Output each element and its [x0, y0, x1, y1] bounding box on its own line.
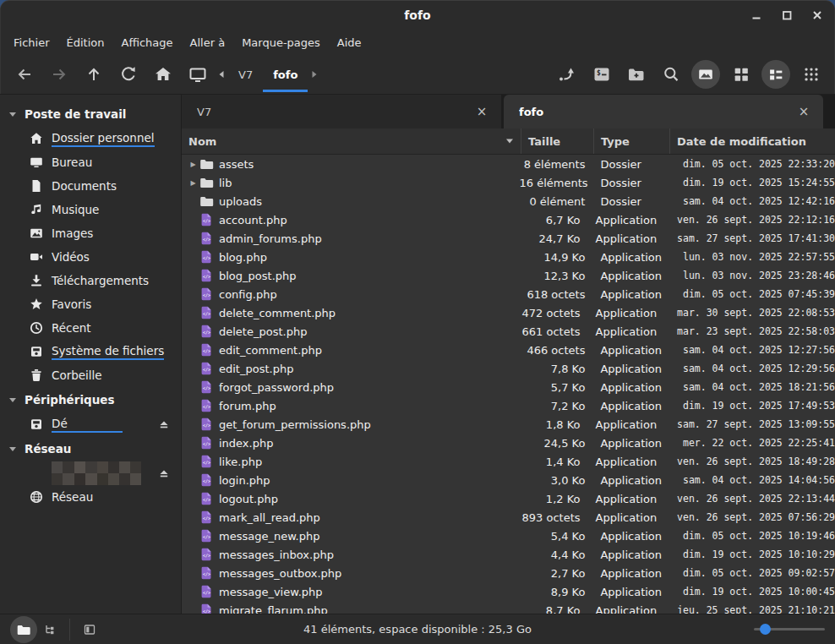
table-row[interactable]: ▶ </> messages_outbox.php 2,7 Ko Applica… — [182, 564, 835, 582]
sidebar-row[interactable]: Réseau — [0, 485, 181, 509]
menu-item[interactable]: Marque-pages — [233, 33, 329, 52]
file-name: config.php — [219, 288, 277, 301]
sidebar-row[interactable]: Dé — [0, 412, 181, 436]
table-row[interactable]: ▶ assets 8 éléments Dossier dim. 05 oct.… — [182, 155, 835, 173]
section-collapse-icon[interactable] — [8, 107, 17, 121]
table-row[interactable]: ▶ </> delete_comment.php 472 octets Appl… — [182, 303, 835, 322]
folder-tab[interactable]: fofo × — [504, 95, 823, 128]
table-row[interactable]: ▶ </> message_view.php 8,9 Ko Applicatio… — [182, 582, 835, 601]
sidebar-row[interactable]: Corbeille — [0, 363, 181, 387]
table-row[interactable]: ▶ </> edit_post.php 7,8 Ko Application s… — [182, 359, 835, 378]
sidebar-row[interactable]: Poste de travail — [0, 101, 181, 127]
expander-icon[interactable]: ▶ — [188, 179, 199, 187]
table-row[interactable]: ▶ </> mark_all_read.php 893 octets Appli… — [182, 508, 835, 527]
zoom-slider[interactable] — [754, 623, 825, 636]
path-scroll-right-button[interactable] — [308, 58, 321, 90]
thumbnail-view-toggle[interactable] — [691, 60, 720, 89]
up-button[interactable] — [76, 58, 111, 90]
sidebar-row[interactable]: Favoris — [0, 292, 181, 316]
table-row[interactable]: ▶ </> blog_post.php 12,3 Ko Application … — [182, 266, 835, 285]
table-row[interactable]: ▶ </> config.php 618 octets Application … — [182, 285, 835, 303]
section-collapse-icon[interactable] — [8, 393, 17, 407]
menu-item[interactable]: Aller à — [182, 33, 234, 52]
menu-item[interactable]: Affichage — [112, 33, 181, 52]
table-row[interactable]: ▶ </> forgot_password.php 5,7 Ko Applica… — [182, 378, 835, 396]
minimize-button[interactable] — [745, 4, 767, 26]
places-pane-toggle[interactable] — [10, 616, 37, 643]
expander-icon[interactable]: ▶ — [188, 161, 199, 168]
eject-button[interactable] — [156, 417, 172, 432]
table-row[interactable]: ▶ </> delete_post.php 661 octets Applica… — [182, 322, 835, 341]
sidebar-item-label: Périphériques — [25, 393, 115, 407]
slider-thumb[interactable] — [760, 624, 771, 635]
menu-item[interactable]: Aide — [329, 33, 370, 52]
php-icon: </> — [199, 585, 214, 599]
folder-tab[interactable]: V7 × — [182, 95, 501, 128]
sidebar-row[interactable] — [0, 461, 181, 485]
back-button[interactable] — [7, 58, 41, 90]
sidebar-row[interactable]: Réseau — [0, 436, 181, 461]
column-header-name[interactable]: Nom — [182, 128, 521, 154]
sidebar-row[interactable]: Téléchargements — [0, 269, 181, 292]
menu-item[interactable]: Fichier — [5, 33, 58, 52]
size-cell: 2,7 Ko — [520, 567, 592, 580]
column-header-type[interactable]: Type — [594, 128, 670, 154]
table-row[interactable]: ▶ </> login.php 3,0 Ko Application sam. … — [182, 471, 835, 489]
sidebar-row[interactable]: Documents — [0, 174, 181, 198]
menu-item[interactable]: Édition — [58, 33, 113, 52]
home-button[interactable] — [145, 58, 180, 90]
sidebar-item-label: Téléchargements — [52, 274, 149, 287]
desktop-button[interactable] — [180, 58, 215, 90]
svg-text:</>: </> — [203, 478, 210, 483]
column-header-size[interactable]: Taille — [521, 128, 594, 154]
type-cell: Application — [587, 214, 663, 226]
table-row[interactable]: ▶ </> message_new.php 5,4 Ko Application… — [182, 527, 835, 545]
tab-close-button[interactable]: × — [794, 102, 813, 121]
open-terminal-button[interactable]: $ — [584, 58, 619, 90]
sidebar-row[interactable]: Images — [0, 221, 181, 245]
path-scroll-left-button[interactable] — [215, 58, 228, 90]
close-button[interactable] — [806, 4, 828, 26]
search-button[interactable] — [653, 58, 688, 90]
icon-view-button[interactable] — [723, 58, 758, 90]
compact-view-button[interactable] — [794, 58, 828, 90]
list-view-toggle[interactable] — [761, 60, 790, 89]
sidebar-row[interactable]: Vidéos — [0, 245, 181, 269]
sidebar-row[interactable]: Récent — [0, 316, 181, 340]
sidebar-row[interactable]: Dossier personnel — [0, 127, 181, 150]
tab-close-button[interactable]: × — [472, 102, 491, 121]
table-row[interactable]: ▶ </> edit_comment.php 466 octets Applic… — [182, 341, 835, 359]
jump-to-button[interactable] — [549, 58, 584, 90]
new-folder-button[interactable] — [619, 58, 653, 90]
table-row[interactable]: ▶ </> like.php 1,4 Ko Application ven. 2… — [182, 452, 835, 471]
table-row[interactable]: ▶ </> account.php 6,7 Ko Application ven… — [182, 210, 835, 229]
sidebar-row[interactable]: Système de fichiers — [0, 340, 181, 363]
sidebar-row[interactable]: Périphériques — [0, 387, 181, 412]
date-cell: lun. 03 nov. 2025 22:57:55 — [668, 251, 835, 263]
path-button[interactable]: V7 — [228, 60, 263, 92]
column-header-date[interactable]: Date de modification — [670, 128, 835, 154]
table-row[interactable]: ▶ </> admin_forums.php 24,7 Ko Applicati… — [182, 229, 835, 248]
sidebar-row[interactable]: Musique — [0, 198, 181, 221]
path-button[interactable]: fofo — [263, 60, 308, 92]
table-row[interactable]: ▶ uploads 0 élément Dossier sam. 04 oct.… — [182, 192, 835, 210]
side-pane-toggle[interactable] — [77, 617, 102, 642]
eject-button[interactable] — [156, 466, 172, 481]
table-row[interactable]: ▶ </> get_forum_permissions.php 1,8 Ko A… — [182, 415, 835, 434]
section-collapse-icon[interactable] — [8, 442, 17, 456]
name-cell: ▶ </> messages_inbox.php — [182, 548, 520, 562]
tree-pane-toggle[interactable] — [37, 617, 63, 642]
table-row[interactable]: ▶ lib 16 éléments Dossier dim. 19 oct. 2… — [182, 173, 835, 192]
date-cell: mar. 23 sept. 2025 22:58:03 — [662, 325, 835, 337]
table-row[interactable]: ▶ </> forum.php 7,2 Ko Application dim. … — [182, 396, 835, 415]
maximize-button[interactable] — [776, 4, 798, 26]
table-row[interactable]: ▶ </> index.php 24,5 Ko Application mer.… — [182, 434, 835, 452]
table-row[interactable]: ▶ </> blog.php 14,9 Ko Application lun. … — [182, 248, 835, 266]
sidebar-row[interactable]: Bureau — [0, 150, 181, 174]
date-cell: dim. 05 oct. 2025 22:33:20 — [668, 158, 835, 170]
table-row[interactable]: ▶ </> migrate_flarum.php 8,7 Ko Applicat… — [182, 601, 835, 614]
table-row[interactable]: ▶ </> logout.php 1,2 Ko Application ven.… — [182, 489, 835, 508]
forward-button[interactable] — [41, 58, 76, 90]
table-row[interactable]: ▶ </> messages_inbox.php 4,4 Ko Applicat… — [182, 545, 835, 564]
reload-button[interactable] — [111, 58, 145, 90]
